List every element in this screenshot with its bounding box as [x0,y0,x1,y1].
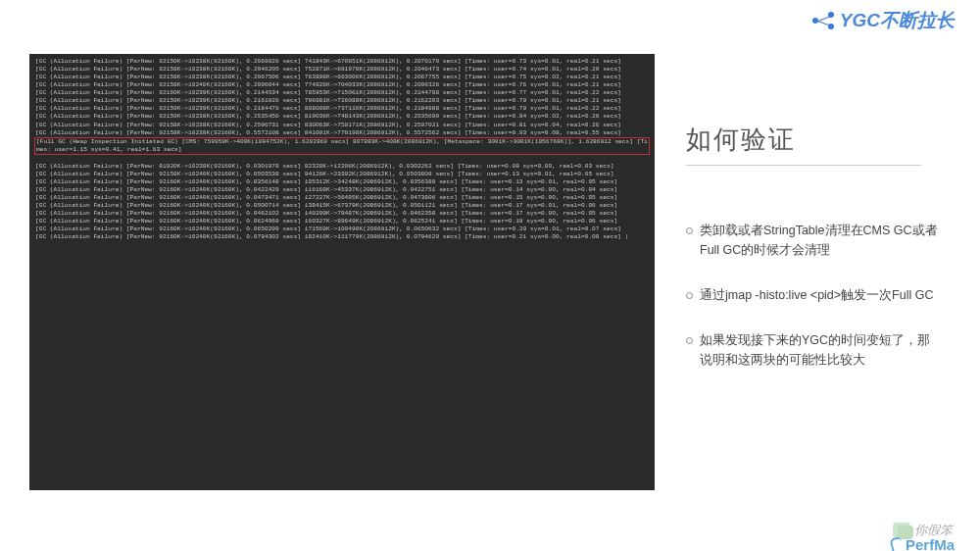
section-heading: 如何验证 [686,123,796,157]
bullets: 类卸载或者StringTable清理在CMS GC或者Full GC的时候才会清… [686,221,941,395]
terminal-output: [GC (Allocation Failure) [ParNew: 92150K… [29,54,655,490]
brand-name: PerfMa [906,536,955,551]
bullet-item: 类卸载或者StringTable清理在CMS GC或者Full GC的时候才会清… [686,221,941,260]
slide-header: YGC不断拉长 [812,8,955,33]
bullet-item: 如果发现接下来的YGC的时间变短了，那说明和这两块的可能性比较大 [686,330,941,370]
bullet-item: 通过jmap -histo:live <pid>触发一次Full GC [686,285,941,305]
divider [686,165,921,166]
slide-title: YGC不断拉长 [840,8,955,33]
brand-logo: PerfMa [891,536,955,551]
network-icon [812,12,834,29]
perfma-icon [889,535,905,551]
